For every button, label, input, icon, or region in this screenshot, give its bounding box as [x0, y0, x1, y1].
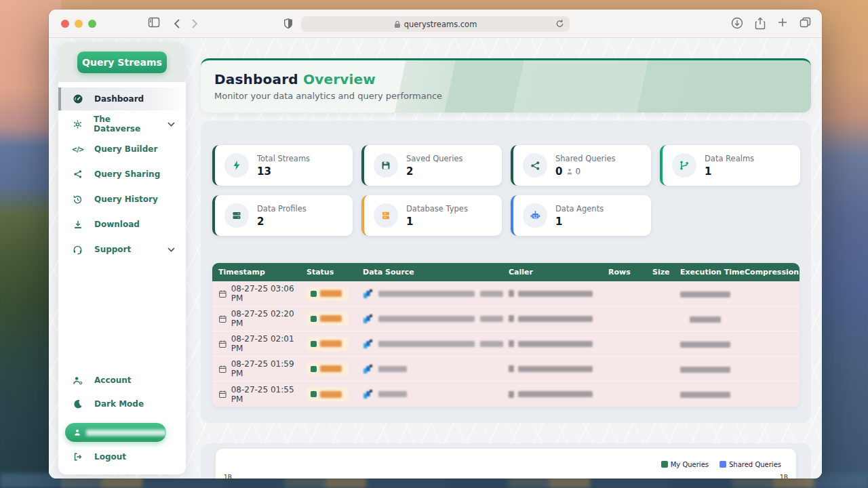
sidebar-toggle-icon[interactable] [148, 17, 160, 28]
table-row: 08-27-25 01:55 PM [212, 382, 800, 407]
redacted-execution-time [690, 317, 721, 323]
robot-icon [523, 203, 547, 228]
history-icon [72, 195, 83, 205]
stat-card-saved-queries: Saved Queries 2 [361, 145, 502, 186]
caller-cell [509, 290, 608, 297]
downloads-icon[interactable] [731, 17, 743, 33]
forward-icon[interactable] [191, 18, 198, 29]
shield-icon[interactable] [283, 18, 293, 29]
data-source-logo-icon [363, 314, 373, 324]
sidebar-item-label: Query Sharing [94, 169, 160, 179]
stat-label: Saved Queries [406, 154, 463, 163]
stat-value: 1 [555, 216, 604, 228]
redacted-status-text [320, 340, 342, 347]
table-row: 08-27-25 03:06 PM [212, 281, 800, 306]
page-title-accent: Overview [303, 71, 376, 87]
timestamp-cell: 08-27-25 02:01 PM [218, 334, 307, 353]
download-icon [72, 220, 83, 230]
data-source-logo-icon [363, 289, 373, 299]
page-title: Dashboard Overview [214, 71, 811, 87]
sidebar-item-label: Dashboard [94, 94, 144, 104]
redacted-caller [518, 366, 593, 372]
sidebar-item-the-dataverse[interactable]: The Dataverse [58, 113, 186, 136]
sidebar-item-query-history[interactable]: Query History [58, 188, 186, 211]
redacted-data-source [480, 316, 503, 322]
timestamp-cell: 08-27-25 01:59 PM [218, 359, 307, 378]
stat-label: Data Realms [705, 154, 754, 163]
status-badge [307, 362, 349, 376]
sidebar-item-download[interactable]: Download [58, 213, 186, 236]
gauge-icon [72, 94, 83, 104]
share-icon[interactable] [755, 17, 766, 33]
sidebar-item-query-sharing[interactable]: Query Sharing [58, 163, 186, 186]
column-header: Status [307, 268, 363, 277]
column-header: Execution Time [680, 268, 745, 277]
data-source-cell [363, 314, 509, 324]
main-content: Dashboard Overview Monitor your data ana… [201, 58, 811, 479]
stat-value: 13 [257, 165, 310, 178]
sidebar-item-query-builder[interactable]: </> Query Builder [58, 138, 186, 161]
sidebar-item-dark-mode[interactable]: Dark Mode [58, 393, 186, 415]
data-source-logo-icon [363, 389, 373, 399]
sidebar: Query Streams Dashboard The Dataverse [58, 42, 186, 474]
redacted-caller [518, 291, 593, 297]
stat-card-data-realms: Data Realms 1 [660, 145, 800, 186]
bolt-icon [224, 153, 249, 178]
calendar-icon [218, 340, 227, 348]
redacted-data-source [480, 341, 503, 347]
tab-overview-icon[interactable] [800, 17, 811, 33]
status-badge [307, 287, 349, 301]
legend-shared-queries: Shared Queries [719, 461, 781, 468]
chart-panel: My Queries Shared Queries 1B 1B [201, 443, 811, 479]
user-account-button[interactable] [65, 423, 166, 442]
zoom-button[interactable] [88, 20, 96, 28]
app-shell: Query Streams Dashboard The Dataverse [49, 38, 822, 479]
share-nodes-icon [523, 153, 547, 178]
legend-swatch-blue [719, 461, 726, 468]
close-button[interactable] [61, 20, 69, 28]
column-header: Data Source [363, 268, 509, 277]
legend-my-queries: My Queries [661, 461, 709, 468]
wallpaper-right-mountains [814, 0, 868, 488]
stat-label: Database Types [406, 204, 468, 214]
back-icon[interactable] [174, 18, 180, 29]
data-source-logo-icon [363, 364, 373, 374]
column-header: Timestamp [218, 268, 307, 277]
toolbar-right-icons [731, 17, 811, 33]
sidebar-item-support[interactable]: Support [58, 238, 186, 261]
data-source-cell [363, 339, 509, 349]
stat-value: 1 [705, 165, 754, 178]
redacted-execution-time [680, 367, 730, 373]
sidebar-item-label: Support [94, 245, 131, 254]
new-tab-icon[interactable] [777, 17, 788, 33]
code-icon: </> [72, 146, 83, 153]
stat-label: Shared Queries [555, 154, 616, 163]
column-header: Rows [608, 268, 652, 277]
table-row: 08-27-25 01:59 PM [212, 357, 800, 382]
browser-toolbar: querystreams.com [49, 9, 822, 38]
sidebar-item-label: Query History [94, 195, 158, 204]
sidebar-item-dashboard[interactable]: Dashboard [58, 87, 186, 110]
status-badge [307, 387, 349, 401]
url-bar[interactable]: querystreams.com [301, 16, 570, 32]
minimize-button[interactable] [75, 20, 83, 28]
page-header-banner: Dashboard Overview Monitor your data ana… [201, 58, 811, 113]
save-icon [374, 153, 398, 178]
redacted-status-text [320, 290, 342, 297]
user-icon [73, 428, 81, 436]
query-history-table: Timestamp Status Data Source Caller Rows… [212, 263, 800, 407]
stat-card-database-types: Database Types 1 [361, 195, 502, 236]
sidebar-item-account[interactable]: Account [58, 369, 186, 391]
calendar-icon [218, 365, 227, 373]
logo-header: Query Streams [58, 42, 186, 82]
stat-value: 0 0 [555, 165, 616, 178]
chevron-down-icon [167, 245, 175, 254]
reload-icon[interactable] [555, 19, 564, 30]
sidebar-item-logout[interactable]: Logout [58, 446, 186, 468]
logo-button[interactable]: Query Streams [77, 52, 167, 73]
redacted-execution-time [680, 392, 730, 398]
redacted-execution-time [680, 342, 730, 348]
page-subtitle: Monitor your data analytics and query pe… [214, 91, 811, 101]
table-header-row: Timestamp Status Data Source Caller Rows… [212, 263, 800, 281]
redacted-caller [518, 391, 593, 397]
